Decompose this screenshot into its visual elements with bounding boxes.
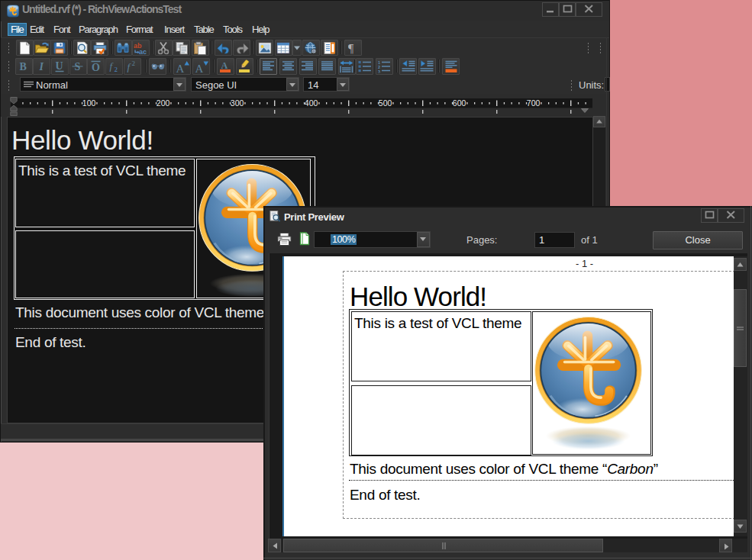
svg-text:100: 100 [82,98,96,108]
svg-text:B: B [20,61,27,72]
svg-text:500: 500 [379,98,392,108]
svg-text:300: 300 [231,98,244,108]
svg-text:600: 600 [453,98,466,108]
svg-text:¶: ¶ [348,42,354,53]
svg-text:U: U [55,60,63,72]
svg-text:2: 2 [114,66,118,73]
svg-text:A: A [195,63,203,73]
svg-text:A: A [176,63,184,73]
svg-text:O: O [92,62,100,73]
svg-text:200: 200 [157,98,170,108]
svg-text:3: 3 [378,69,380,73]
svg-text:I: I [38,61,44,72]
svg-text:400: 400 [305,98,318,108]
svg-text:A: A [221,60,228,71]
svg-text:ac: ac [139,47,147,54]
svg-text:700: 700 [527,98,541,108]
svg-text:2: 2 [132,60,136,67]
